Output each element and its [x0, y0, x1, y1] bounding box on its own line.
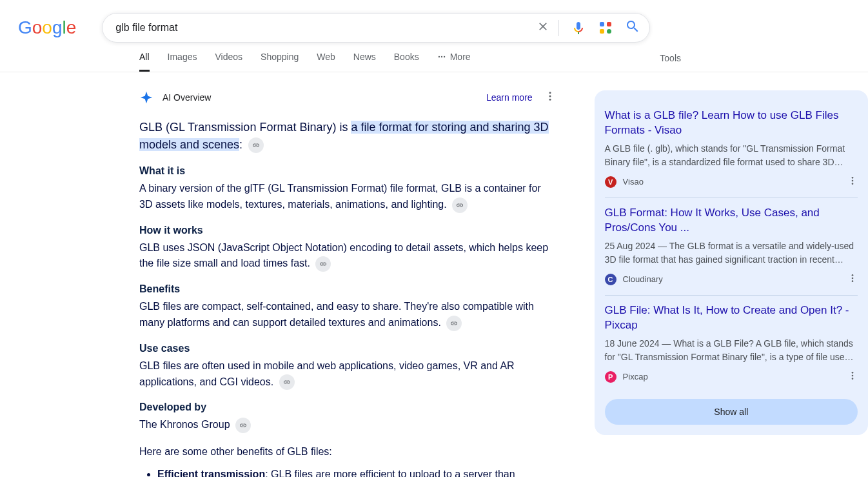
section-title: Benefits	[139, 283, 556, 295]
svg-point-9	[549, 99, 551, 101]
citation-link-icon[interactable]	[446, 316, 462, 331]
card-menu-icon[interactable]	[847, 370, 858, 383]
result-card: What is a GLB file? Learn How to use GLB…	[605, 101, 858, 198]
ai-section: Developed byThe Khronos Group	[139, 401, 556, 433]
tab-news[interactable]: News	[353, 52, 376, 72]
search-bar	[102, 13, 650, 43]
ai-intro-prefix: GLB (GL Transmission Format Binary) is	[139, 121, 351, 134]
source-name: Cloudinary	[623, 274, 663, 284]
result-title[interactable]: What is a GLB file? Learn How to use GLB…	[605, 108, 858, 138]
result-snippet: 18 June 2024 — What is a GLB File? A GLB…	[605, 337, 858, 364]
google-logo[interactable]: Google	[18, 17, 76, 38]
tab-web[interactable]: Web	[317, 52, 335, 72]
favicon: C	[605, 274, 616, 285]
clear-icon[interactable]	[537, 20, 559, 36]
favicon: P	[605, 371, 616, 383]
section-title: Developed by	[139, 401, 556, 413]
section-title: How it works	[139, 225, 556, 236]
svg-point-11	[852, 180, 854, 182]
section-title: Use cases	[139, 343, 556, 354]
svg-point-17	[852, 374, 854, 376]
svg-point-16	[852, 372, 854, 374]
svg-point-14	[852, 277, 854, 279]
learn-more-link[interactable]: Learn more	[486, 92, 533, 103]
section-title: What it is	[139, 165, 556, 177]
tab-shopping[interactable]: Shopping	[261, 52, 299, 72]
ai-section: What it isA binary version of the glTF (…	[139, 165, 556, 213]
svg-point-6	[444, 56, 445, 57]
svg-point-8	[549, 96, 551, 97]
tab-all[interactable]: All	[139, 52, 150, 72]
search-button-icon[interactable]	[625, 19, 640, 37]
show-all-button[interactable]: Show all	[605, 399, 858, 425]
tools-button[interactable]: Tools	[660, 53, 681, 71]
svg-point-5	[441, 56, 442, 57]
section-body: GLB files are often used in mobile and w…	[139, 358, 556, 391]
svg-point-4	[438, 56, 439, 57]
other-benefits-heading: Here are some other benefits of GLB file…	[139, 446, 556, 458]
svg-point-3	[607, 29, 611, 34]
tab-books[interactable]: Books	[394, 52, 419, 72]
svg-point-13	[852, 274, 854, 276]
ai-section: BenefitsGLB files are compact, self-cont…	[139, 283, 556, 331]
card-menu-icon[interactable]	[847, 176, 858, 188]
card-menu-icon[interactable]	[847, 273, 858, 286]
voice-search-icon[interactable]	[571, 20, 586, 36]
citation-link-icon[interactable]	[452, 198, 468, 213]
sidebar-results: What is a GLB file? Learn How to use GLB…	[595, 90, 868, 435]
citation-link-icon[interactable]	[248, 137, 264, 153]
result-title[interactable]: GLB Format: How It Works, Use Cases, and…	[605, 206, 858, 236]
svg-rect-2	[600, 29, 604, 34]
tab-images[interactable]: Images	[168, 52, 197, 72]
svg-point-10	[852, 177, 854, 179]
tab-more-label: More	[450, 52, 471, 62]
section-body: A binary version of the glTF (GL Transmi…	[139, 181, 556, 213]
citation-link-icon[interactable]	[235, 418, 251, 433]
ai-sparkle-icon	[139, 90, 153, 105]
svg-point-18	[852, 378, 854, 380]
tab-more[interactable]: More	[437, 52, 471, 72]
result-snippet: 25 Aug 2024 — The GLB format is a versat…	[605, 239, 858, 267]
svg-point-7	[549, 92, 551, 94]
ai-menu-icon[interactable]	[544, 90, 556, 105]
tab-videos[interactable]: Videos	[215, 52, 242, 72]
search-tabs: AllImagesVideosShoppingWebNewsBooks More…	[0, 43, 868, 72]
result-card: GLB File: What Is It, How to Create and …	[605, 296, 858, 392]
image-search-icon[interactable]	[598, 20, 613, 36]
section-body: GLB uses JSON (JavaScript Object Notatio…	[139, 240, 556, 272]
result-snippet: A GLB file (. glb), which stands for "GL…	[605, 142, 858, 169]
source-name: Visao	[623, 177, 644, 187]
section-body: GLB files are compact, self-contained, a…	[139, 299, 556, 331]
svg-point-15	[852, 280, 854, 282]
citation-link-icon[interactable]	[279, 374, 295, 390]
ai-intro: GLB (GL Transmission Format Binary) is a…	[139, 119, 556, 154]
result-card: GLB Format: How It Works, Use Cases, and…	[605, 198, 858, 296]
source-name: Pixcap	[623, 372, 648, 381]
svg-rect-0	[600, 22, 604, 26]
citation-link-icon[interactable]	[315, 256, 331, 272]
ai-overview-heading: AI Overview	[163, 92, 211, 103]
section-body: The Khronos Group	[139, 417, 556, 433]
ai-section: How it worksGLB uses JSON (JavaScript Ob…	[139, 225, 556, 272]
svg-rect-1	[607, 22, 611, 26]
ai-section: Use casesGLB files are often used in mob…	[139, 343, 556, 391]
svg-point-12	[852, 183, 854, 185]
favicon: V	[605, 176, 616, 188]
benefit-bullet: Efficient transmission: GLB files are mo…	[157, 467, 556, 477]
ai-intro-suffix: :	[239, 138, 242, 151]
search-input[interactable]	[115, 22, 537, 34]
result-title[interactable]: GLB File: What Is It, How to Create and …	[605, 303, 858, 333]
